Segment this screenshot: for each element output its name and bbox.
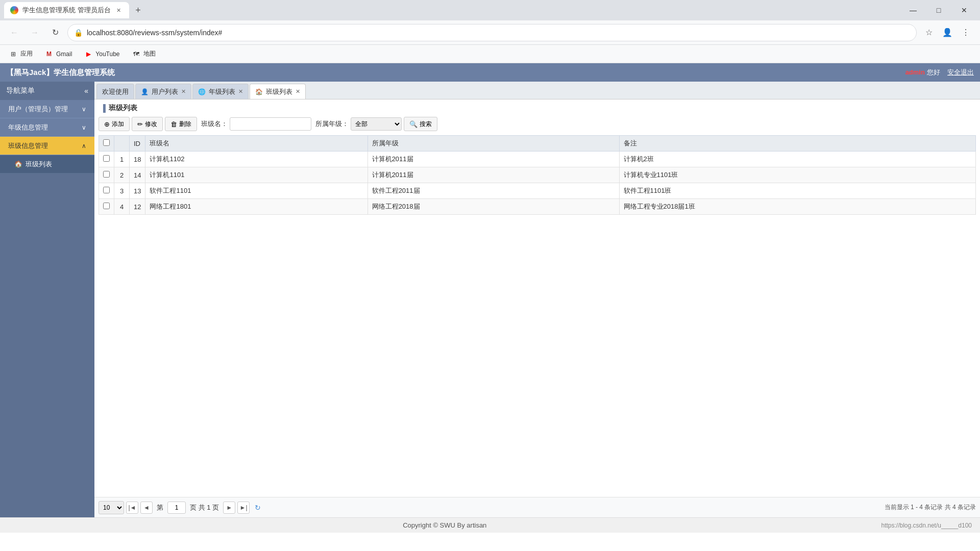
row-checkbox[interactable]	[103, 203, 110, 209]
bookmark-star-icon[interactable]: ☆	[921, 24, 937, 41]
menu-icon[interactable]: ⋮	[958, 24, 974, 41]
tab-welcome[interactable]: 欢迎使用	[96, 84, 134, 99]
grade-list-tab-icon: 🌐	[198, 88, 206, 95]
logout-button[interactable]: 安全退出	[947, 68, 974, 76]
url-text: localhost:8080/reviews-ssm/system/index#	[87, 29, 910, 37]
table-row: 412 网络工程1801 网络工程2018届 网络工程专业2018届1班	[99, 199, 976, 215]
maps-icon: 🗺	[132, 50, 140, 58]
tab-grade-list[interactable]: 🌐 年级列表 ✕	[192, 84, 249, 99]
tab-class-list-label: 班级列表	[266, 87, 292, 96]
row-grade: 计算机2011届	[368, 152, 619, 167]
row-note: 网络工程专业2018届1班	[619, 199, 975, 215]
row-checkbox-cell	[99, 199, 114, 215]
arrow-icon-class-mgmt: ∧	[82, 142, 86, 149]
row-checkbox[interactable]	[103, 171, 110, 178]
tab-user-list-close[interactable]: ✕	[181, 88, 186, 95]
table-row: 214 计算机1101 计算机2011届 计算机专业1101班	[99, 167, 976, 183]
active-tab[interactable]: 学生信息管理系统 管理员后台 ✕	[4, 2, 129, 18]
select-all-checkbox[interactable]	[103, 139, 110, 146]
page-size-select[interactable]: 10 20 50	[99, 501, 124, 514]
row-note: 计算机2班	[619, 152, 975, 167]
sidebar-item-grade-mgmt[interactable]: 年级信息管理 ∨	[0, 118, 94, 137]
back-button[interactable]: ←	[6, 24, 22, 41]
sidebar-label-class-mgmt: 班级信息管理	[8, 141, 48, 151]
sidebar-label-user-mgmt: 用户（管理员）管理	[8, 105, 68, 114]
tab-class-list[interactable]: 🏠 班级列表 ✕	[250, 84, 306, 99]
maximize-button[interactable]: □	[927, 2, 950, 18]
forward-button[interactable]: →	[27, 24, 43, 41]
tab-class-list-close[interactable]: ✕	[296, 88, 300, 95]
sidebar-toggle-button[interactable]: «	[84, 87, 88, 95]
footer-copyright: Copyright © SWU By artisan	[403, 521, 486, 529]
bookmark-youtube[interactable]: ▶ YouTube	[79, 47, 125, 61]
grade-filter-select[interactable]: 全部	[351, 117, 402, 131]
row-grade: 计算机2011届	[368, 167, 619, 183]
arrow-icon-grade-mgmt: ∨	[82, 124, 86, 131]
delete-button[interactable]: 🗑 删除	[165, 117, 197, 131]
bookmark-maps[interactable]: 🗺 地图	[127, 47, 161, 61]
bookmark-gmail[interactable]: M Gmail	[40, 47, 77, 61]
tab-grade-list-close[interactable]: ✕	[238, 88, 243, 95]
sidebar-item-user-mgmt[interactable]: 用户（管理员）管理 ∨	[0, 100, 94, 118]
page-input[interactable]	[167, 502, 186, 514]
tab-user-list[interactable]: 👤 用户列表 ✕	[135, 84, 191, 99]
new-tab-button[interactable]: +	[131, 3, 145, 17]
row-name: 计算机1101	[145, 167, 368, 183]
sidebar-subitem-label: 班级列表	[26, 160, 52, 169]
profile-icon[interactable]: 👤	[939, 24, 955, 41]
row-grade: 软件工程2011届	[368, 183, 619, 199]
page-info-prefix: 第	[157, 503, 163, 512]
pagination-status: 当前显示 1 - 4 条记录 共 4 条记录	[885, 503, 976, 512]
class-list-tab-icon: 🏠	[255, 88, 263, 95]
row-name: 网络工程1801	[145, 199, 368, 215]
app-body: 导航菜单 « 用户（管理员）管理 ∨ 年级信息管理 ∨ 班级信息管理 ∧ 🏠 班…	[0, 82, 980, 517]
minimize-button[interactable]: —	[901, 2, 925, 18]
row-note: 软件工程1101班	[619, 183, 975, 199]
app-header: 【黑马Jack】学生信息管理系统 admin 您好 安全退出	[0, 63, 980, 82]
sidebar-subitem-class-list[interactable]: 🏠 班级列表	[0, 155, 94, 173]
sidebar: 导航菜单 « 用户（管理员）管理 ∨ 年级信息管理 ∨ 班级信息管理 ∧ 🏠 班…	[0, 82, 94, 517]
last-page-button[interactable]: ►|	[237, 502, 250, 514]
reload-button[interactable]: ↻	[47, 24, 63, 41]
row-checkbox-cell	[99, 152, 114, 167]
search-button[interactable]: 🔍 搜索	[404, 117, 437, 131]
col-grade: 所属年级	[368, 136, 619, 152]
data-table: ID 班级名 所属年级 备注 118 计算机1102 计算机2011届 计算机2…	[99, 135, 976, 215]
bookmark-apps[interactable]: ⊞ 应用	[4, 47, 38, 61]
close-tab-button[interactable]: ✕	[115, 6, 123, 14]
table-title: 班级列表	[99, 104, 976, 113]
row-num: 13	[130, 183, 145, 199]
next-page-button[interactable]: ►	[223, 502, 235, 514]
greeting-text: 您好	[927, 68, 940, 76]
row-checkbox[interactable]	[103, 155, 110, 162]
row-checkbox[interactable]	[103, 187, 110, 193]
row-num: 14	[130, 167, 145, 183]
sidebar-label-grade-mgmt: 年级信息管理	[8, 123, 48, 132]
tab-favicon	[10, 6, 18, 14]
row-name: 软件工程1101	[145, 183, 368, 199]
table-row: 313 软件工程1101 软件工程2011届 软件工程1101班	[99, 183, 976, 199]
delete-icon: 🗑	[170, 120, 177, 128]
table-row: 118 计算机1102 计算机2011届 计算机2班	[99, 152, 976, 167]
row-num: 12	[130, 199, 145, 215]
apps-icon: ⊞	[9, 50, 17, 58]
refresh-button[interactable]: ↻	[252, 502, 264, 514]
bookmark-gmail-label: Gmail	[56, 51, 72, 58]
col-note: 备注	[619, 136, 975, 152]
search-icon: 🔍	[409, 120, 418, 128]
edit-button[interactable]: ✏ 修改	[132, 117, 163, 131]
classname-filter-input[interactable]	[230, 117, 311, 131]
row-checkbox-cell	[99, 183, 114, 199]
add-button[interactable]: ⊕ 添加	[99, 117, 130, 131]
delete-label: 删除	[179, 120, 191, 129]
close-button[interactable]: ✕	[952, 2, 976, 18]
sidebar-item-class-mgmt[interactable]: 班级信息管理 ∧	[0, 137, 94, 155]
title-bar: 学生信息管理系统 管理员后台 ✕ + — □ ✕	[0, 0, 980, 20]
admin-label: admin	[905, 68, 925, 76]
pagination: 10 20 50 |◄ ◄ 第 页 共 1 页 ► ►| ↻ 当前显示 1 - …	[94, 497, 980, 517]
row-num: 18	[130, 152, 145, 167]
app-title: 【黑马Jack】学生信息管理系统	[6, 68, 115, 78]
address-bar[interactable]: 🔒 localhost:8080/reviews-ssm/system/inde…	[67, 24, 917, 41]
prev-page-button[interactable]: ◄	[140, 502, 153, 514]
first-page-button[interactable]: |◄	[126, 502, 138, 514]
